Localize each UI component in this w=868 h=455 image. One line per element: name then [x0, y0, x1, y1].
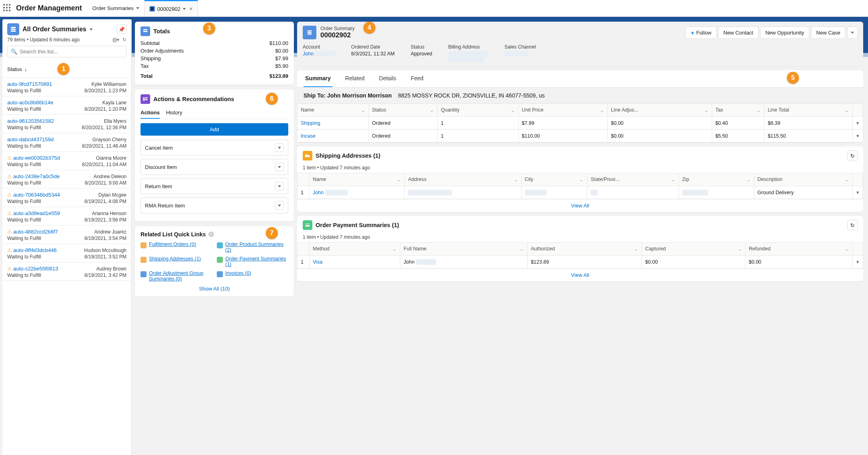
- col-adj[interactable]: Line Adjus...⌄: [607, 104, 712, 117]
- record-id-link[interactable]: auto-dabcd437159d: [7, 136, 54, 142]
- action-item[interactable]: Cancel Item: [141, 140, 288, 156]
- col-address[interactable]: Address⌄: [405, 173, 521, 186]
- col-name[interactable]: Name⌄: [297, 104, 369, 117]
- list-item[interactable]: ⚠auto-4882ccd2b8f7Andrew JuarezWaiting t…: [2, 225, 131, 244]
- col-tax[interactable]: Tax⌄: [712, 104, 764, 117]
- ql-link[interactable]: Invoices (0): [225, 270, 251, 276]
- ql-order-product-summaries[interactable]: Order Product Summaries (2): [217, 242, 288, 253]
- list-item[interactable]: ⚠auto-2438e7a0c5deAndrew DeleonWaiting t…: [2, 170, 131, 189]
- ql-shipping-addresses[interactable]: Shipping Addresses (1): [141, 256, 212, 267]
- list-item[interactable]: ⚠auto-706346bd5344Dylan McgeeWaiting to …: [2, 189, 131, 207]
- related-title[interactable]: Order Payment Summaries (1): [316, 222, 399, 228]
- ql-link[interactable]: Order Product Summaries (2): [225, 242, 288, 253]
- col-description[interactable]: Description⌄: [754, 173, 852, 186]
- tab-actions[interactable]: Actions: [141, 107, 160, 119]
- record-id-link[interactable]: auto-a3d9ead1e559: [13, 210, 60, 216]
- view-all-link[interactable]: View All: [297, 199, 863, 212]
- action-menu-button[interactable]: [275, 143, 284, 152]
- ql-link[interactable]: Fulfillment Orders (0): [149, 242, 196, 247]
- record-id-link[interactable]: auto-8ff4d3dcb446: [13, 247, 57, 253]
- list-item[interactable]: auto-861203561582Ella MyersWaiting to Fu…: [2, 115, 131, 133]
- tab-summary[interactable]: Summary: [304, 70, 332, 87]
- sort-header[interactable]: Status ↓ 1: [2, 61, 131, 78]
- list-item[interactable]: auto-ac0c8b86b14eKayla LaneWaiting to Fu…: [2, 96, 131, 115]
- ql-link[interactable]: Order Adjustment Group Summaries (0): [149, 270, 212, 282]
- row-menu-button[interactable]: ▾: [853, 117, 863, 130]
- pin-icon[interactable]: 📌: [117, 24, 126, 34]
- row-name-link[interactable]: John: [313, 190, 324, 195]
- nav-tab-order-summaries[interactable]: Order Summaries: [88, 0, 145, 16]
- action-menu-button[interactable]: [275, 162, 284, 171]
- tab-related[interactable]: Related: [344, 70, 366, 87]
- action-item[interactable]: RMA Return Item: [141, 197, 288, 213]
- action-menu-button[interactable]: [275, 182, 284, 191]
- col-city[interactable]: City⌄: [521, 173, 587, 186]
- record-id-link[interactable]: auto-706346bd5344: [13, 192, 60, 198]
- line-name-link[interactable]: Shipping: [301, 120, 320, 126]
- col-method[interactable]: Method⌄: [310, 243, 400, 256]
- ql-order-payment-summaries[interactable]: Order Payment Summaries (1): [217, 256, 288, 267]
- ql-order-adjustment-group[interactable]: Order Adjustment Group Summaries (0): [141, 270, 212, 282]
- action-item[interactable]: Return Item: [141, 178, 288, 194]
- nav-tab-record[interactable]: 00002902 × 2: [145, 0, 198, 16]
- record-id-link[interactable]: auto-2438e7a0c5de: [13, 173, 60, 179]
- col-authorized[interactable]: Authorized⌄: [528, 243, 642, 256]
- list-item[interactable]: ⚠auto-8ff4d3dcb446Hudson McculloughWaiti…: [2, 244, 131, 262]
- new-case-button[interactable]: New Case: [811, 26, 846, 39]
- col-qty[interactable]: Quantity⌄: [438, 104, 519, 117]
- ql-fulfillment-orders[interactable]: Fulfillment Orders (0): [141, 242, 212, 253]
- record-id-link[interactable]: auto-861203561582: [7, 118, 54, 124]
- record-id-link[interactable]: auto-4882ccd2b8f7: [13, 229, 58, 235]
- list-item[interactable]: ⚠auto-a3d9ead1e559Arianna HensonWaiting …: [2, 207, 131, 225]
- tab-feed[interactable]: Feed: [409, 70, 425, 87]
- related-title[interactable]: Shipping Addresses (1): [316, 152, 380, 159]
- app-launcher-icon[interactable]: [3, 4, 12, 13]
- show-all-link[interactable]: Show All (10): [141, 286, 288, 292]
- row-menu-button[interactable]: ▾: [853, 256, 863, 268]
- list-item[interactable]: auto-9fcd71570891Kylie WilliamsonWaiting…: [2, 78, 131, 96]
- display-as-icon[interactable]: ▤▾: [112, 37, 119, 43]
- row-menu-button[interactable]: ▾: [853, 186, 863, 199]
- table-row[interactable]: IncaseOrdered1$110.00$0.00$5.50$115.50▾: [297, 130, 863, 142]
- ql-link[interactable]: Order Payment Summaries (1): [225, 256, 288, 267]
- col-captured[interactable]: Captured⌄: [642, 243, 746, 256]
- add-action-button[interactable]: Add: [141, 123, 288, 136]
- follow-button[interactable]: +Follow: [685, 26, 716, 39]
- record-id-link[interactable]: auto-ee00302b375d: [13, 155, 60, 161]
- col-status[interactable]: Status⌄: [369, 104, 438, 117]
- action-menu-button[interactable]: [275, 201, 284, 210]
- record-id-link[interactable]: auto-c22be55f0613: [13, 266, 58, 272]
- chevron-down-icon[interactable]: [90, 28, 93, 30]
- table-row[interactable]: ShippingOrdered1$7.99$0.00$0.40$8.39▾: [297, 117, 863, 130]
- row-menu-button[interactable]: ▾: [853, 130, 863, 142]
- new-contact-button[interactable]: New Contact: [718, 26, 758, 39]
- tab-history[interactable]: History: [166, 107, 182, 119]
- table-row[interactable]: 1 John xxxxxxxxx xxxxxxxxxxxxxxx xxxxxxx…: [297, 186, 863, 199]
- col-name[interactable]: Name⌄: [310, 173, 405, 186]
- refresh-icon[interactable]: ↻: [847, 150, 858, 161]
- table-row[interactable]: 1 Visa John xxxxxxxx $123.89 $0.00 $0.00…: [297, 256, 863, 268]
- refresh-icon[interactable]: ↻: [122, 37, 126, 43]
- list-view-title[interactable]: All Order Summaries: [22, 26, 86, 33]
- line-name-link[interactable]: Incase: [301, 133, 316, 139]
- refresh-icon[interactable]: ↻: [847, 220, 858, 230]
- col-state[interactable]: State/Provi...⌄: [587, 173, 679, 186]
- ql-link[interactable]: Shipping Addresses (1): [149, 256, 201, 262]
- ql-invoices[interactable]: Invoices (0): [217, 270, 288, 282]
- account-link[interactable]: John: [303, 51, 314, 57]
- close-icon[interactable]: ×: [189, 6, 192, 12]
- col-total[interactable]: Line Total⌄: [764, 104, 853, 117]
- more-actions-button[interactable]: [847, 26, 858, 39]
- col-refunded[interactable]: Refunded⌄: [746, 243, 853, 256]
- search-input[interactable]: [20, 49, 123, 55]
- chevron-down-icon[interactable]: [183, 8, 186, 10]
- tab-details[interactable]: Details: [377, 70, 398, 87]
- col-fullname[interactable]: Full Name⌄: [400, 243, 528, 256]
- list-item[interactable]: ⚠auto-ee00302b375dGianna MooreWaiting to…: [2, 152, 131, 170]
- col-zip[interactable]: Zip⌄: [679, 173, 754, 186]
- record-id-link[interactable]: auto-9fcd71570891: [7, 81, 52, 87]
- chevron-down-icon[interactable]: [136, 7, 139, 9]
- action-item[interactable]: Discount Item: [141, 159, 288, 175]
- list-item[interactable]: auto-dabcd437159dGrayson CherryWaiting t…: [2, 133, 131, 152]
- row-method-link[interactable]: Visa: [313, 259, 322, 265]
